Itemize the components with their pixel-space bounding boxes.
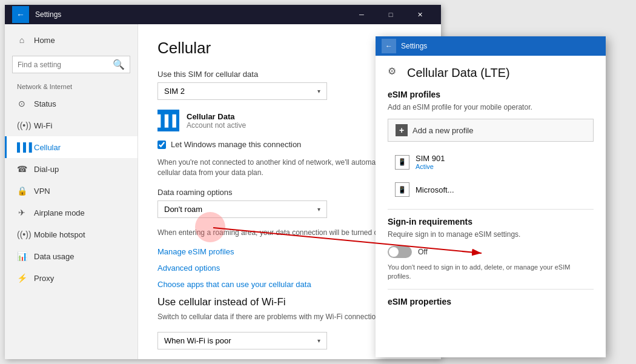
checkbox-label: Let Windows manage this connection (171, 140, 301, 149)
roaming-dropdown-value: Don't roam (164, 205, 202, 214)
sidebar-item-airplane[interactable]: ✈ Airplane mode (5, 202, 137, 223)
add-profile-label: Add a new profile (412, 126, 473, 135)
cellular-data-title: Cellular Data (187, 112, 246, 121)
divider (388, 209, 594, 210)
add-profile-button[interactable]: + Add a new profile (388, 119, 594, 142)
cellular-icon: ▌▌▌ (17, 142, 27, 152)
close-button[interactable]: ✕ (406, 5, 434, 24)
sim-item-name-1: Microsoft... (416, 185, 454, 194)
cellular-data-info: Cellular Data Account not active (187, 112, 246, 130)
wifi-chevron-icon: ▾ (317, 337, 320, 344)
search-box[interactable]: 🔍 (12, 56, 130, 73)
toggle-row: Off (388, 246, 594, 258)
overlay-title-bar: ← Settings (376, 36, 606, 56)
home-icon: ⌂ (17, 35, 27, 45)
sidebar-item-datausage[interactable]: 📊 Data usage (5, 245, 137, 267)
chevron-down-icon: ▾ (317, 88, 320, 94)
hotspot-icon: ((•)) (17, 230, 27, 239)
title-bar: ← Settings ─ □ ✕ (5, 5, 441, 24)
home-label: Home (34, 36, 55, 45)
sidebar-home-item[interactable]: ⌂ Home (5, 29, 137, 51)
cellular-data-subtitle: Account not active (187, 121, 246, 130)
sim-dropdown-value: SIM 2 (164, 87, 185, 96)
overlay-page-title: ⚙ Cellular Data (LTE) (388, 65, 594, 80)
minimize-button[interactable]: ─ (348, 5, 376, 24)
sim-item-info-1: Microsoft... (416, 185, 454, 194)
sidebar-item-label: Proxy (34, 274, 54, 283)
overlay-back-button[interactable]: ← (382, 39, 396, 53)
sim-item-name-0: SIM 901 (416, 154, 445, 163)
sidebar-item-dialup[interactable]: ☎ Dial-up (5, 158, 137, 180)
sidebar-item-label: VPN (34, 187, 50, 196)
restore-button[interactable]: □ (377, 5, 405, 24)
manage-connection-checkbox[interactable] (157, 141, 166, 149)
title-bar-controls: ─ □ ✕ (348, 5, 434, 24)
sidebar-item-status[interactable]: ⊙ Status (5, 93, 137, 114)
sim-item-info-0: SIM 901 Active (416, 154, 445, 170)
sim-item-status-0: Active (416, 163, 445, 170)
toggle-label: Off (418, 248, 428, 256)
signin-section-title: Sign-in requirements (388, 217, 594, 227)
sim-card-icon-1: 📱 (395, 182, 409, 197)
sidebar-item-label: Dial-up (34, 165, 59, 174)
overlay-title-text: Settings (401, 42, 427, 50)
roaming-chevron-icon: ▾ (317, 206, 320, 213)
sidebar-item-label: Data usage (34, 252, 75, 261)
sidebar-item-cellular[interactable]: ▌▌▌ Cellular (5, 136, 137, 158)
title-bar-back-button[interactable]: ← (12, 6, 29, 23)
signin-info: Require sign in to manage eSIM settings. (388, 230, 594, 239)
sidebar-section-label: Network & Internet (5, 78, 137, 93)
gear-icon: ⚙ (388, 65, 402, 80)
plus-icon: + (396, 124, 408, 136)
signal-bars-icon: ▌▌▌ (157, 114, 180, 127)
title-bar-title: Settings (35, 10, 342, 19)
sidebar-item-proxy[interactable]: ⚡ Proxy (5, 267, 137, 289)
wifi-dropdown[interactable]: When Wi-Fi is poor ▾ (157, 332, 327, 349)
wifi-icon: ((•)) (17, 121, 27, 130)
sidebar-item-label: Airplane mode (34, 208, 85, 217)
airplane-icon: ✈ (17, 208, 27, 217)
dialup-icon: ☎ (17, 164, 27, 174)
divider-2 (388, 289, 594, 290)
wifi-dropdown-value: When Wi-Fi is poor (164, 336, 231, 345)
sim-item-0[interactable]: 📱 SIM 901 Active (388, 149, 594, 175)
overlay-settings-window: ← Settings ⚙ Cellular Data (LTE) eSIM pr… (376, 36, 606, 357)
esim-properties-title: eSIM properties (388, 297, 594, 306)
sim-card-icon-0: 📱 (395, 155, 409, 170)
search-input[interactable] (18, 61, 113, 69)
roaming-dropdown[interactable]: Don't roam ▾ (157, 200, 327, 218)
toggle-knob (389, 247, 399, 257)
toggle-switch[interactable] (388, 246, 412, 258)
sidebar-item-label: Cellular (34, 143, 61, 152)
esim-section-info: Add an eSIM profile for your mobile oper… (388, 103, 594, 111)
sidebar-item-label: Status (34, 99, 56, 108)
sidebar-item-hotspot[interactable]: ((•)) Mobile hotspot (5, 223, 137, 245)
overlay-content: ⚙ Cellular Data (LTE) eSIM profiles Add … (376, 56, 606, 357)
vpn-icon: 🔒 (17, 186, 27, 196)
sidebar-item-wifi[interactable]: ((•)) Wi-Fi (5, 114, 137, 136)
sim-dropdown[interactable]: SIM 2 ▾ (157, 82, 327, 100)
esim-section-title: eSIM profiles (388, 90, 594, 99)
sidebar-item-vpn[interactable]: 🔒 VPN (5, 180, 137, 202)
status-icon: ⊙ (17, 99, 27, 108)
sidebar-item-label: Wi-Fi (34, 121, 52, 130)
sidebar: ⌂ Home 🔍 Network & Internet ⊙ Status ((•… (5, 24, 138, 359)
cellular-data-icon: ▌▌▌ (157, 110, 179, 131)
datausage-icon: 📊 (17, 251, 27, 261)
proxy-icon: ⚡ (17, 273, 27, 283)
sim-item-1[interactable]: 📱 Microsoft... (388, 177, 594, 202)
search-icon: 🔍 (113, 59, 125, 70)
signin-small-text: You don't need to sign in to add, delete… (388, 263, 594, 282)
sidebar-item-label: Mobile hotspot (34, 230, 85, 239)
